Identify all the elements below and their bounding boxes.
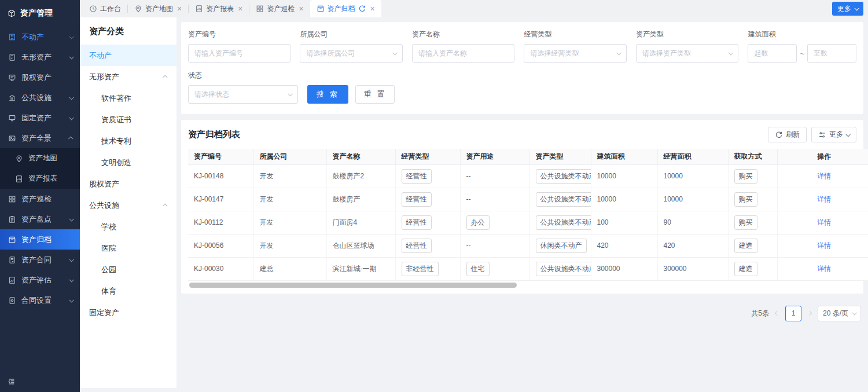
prev-page-button[interactable] (775, 312, 779, 315)
category-item-1[interactable]: 不动产 (80, 45, 176, 66)
category-subitem-4[interactable]: 文明创造 (80, 152, 176, 173)
cell-资产用途: 住宅 (460, 257, 529, 280)
sidebar-item-3[interactable]: 股权资产 (0, 67, 80, 87)
category-subitem-label: 医院 (101, 243, 116, 254)
sidebar-item-11[interactable]: 资产评估 (0, 270, 80, 290)
category-subitem-2[interactable]: 资质证书 (80, 109, 176, 130)
filter-input[interactable] (412, 44, 514, 63)
filter-input[interactable] (188, 44, 290, 63)
sidebar-item-1[interactable]: 不动产 (0, 27, 80, 47)
category-item-2[interactable]: 无形资产 (80, 66, 176, 87)
refresh-button[interactable]: 刷新 (768, 127, 807, 142)
tab-close-icon[interactable]: × (299, 5, 303, 13)
cell-text: 420 (597, 241, 609, 250)
tab-close-icon[interactable]: × (370, 5, 375, 13)
range-to-input[interactable] (807, 44, 856, 63)
range-from-input[interactable] (748, 44, 797, 63)
refresh-icon (775, 131, 783, 139)
sidebar-item-7[interactable]: 资产巡检 (0, 189, 80, 209)
cell-资产类型: 公共设施类不动产 (529, 257, 591, 280)
tag: 经营性 (402, 169, 432, 184)
sidebar-item-label: 公共设施 (21, 93, 64, 103)
filter-field-label: 经营类型 (524, 30, 626, 39)
tab-label: 工作台 (100, 4, 121, 14)
detail-link[interactable]: 详情 (817, 241, 831, 250)
cell-text: -- (466, 195, 471, 203)
chevron-down-icon (69, 115, 73, 120)
category-subitem-3[interactable]: 技术专利 (80, 130, 176, 152)
cell-资产类型: 公共设施类不动产 (529, 211, 591, 234)
tag: 公共设施类不动产 (536, 262, 591, 276)
detail-link[interactable]: 详情 (817, 265, 831, 273)
tab-4[interactable]: 资产巡检× (249, 0, 310, 17)
category-subitem-2[interactable]: 医院 (80, 237, 176, 259)
archive-icon (317, 5, 325, 13)
sidebar-item-2[interactable]: 无形资产 (0, 47, 80, 67)
reset-button[interactable]: 重 置 (355, 85, 395, 104)
tabs-strip: 工作台资产地图×资产报表×资产巡检×资产归档× (83, 0, 381, 17)
sidebar-item-8[interactable]: 资产盘点 (0, 209, 80, 229)
app-title: 资产管理 (20, 8, 53, 19)
sidebar-item-6[interactable]: 资产全景 (0, 128, 80, 148)
cell-操作: 详情 (777, 188, 868, 211)
scrollbar-thumb[interactable] (189, 283, 517, 288)
category-subitem-4[interactable]: 体育 (80, 280, 176, 302)
cell-text: 仓山区篮球场 (333, 241, 374, 250)
clipboard-icon (8, 215, 16, 224)
cell-text: 10000 (664, 195, 683, 203)
cell-资产用途: -- (460, 234, 529, 257)
detail-link[interactable]: 详情 (817, 172, 831, 180)
category-subitem-3[interactable]: 公园 (80, 259, 176, 280)
category-item-3[interactable]: 股权资产 (80, 173, 176, 195)
sidebar-item-12[interactable]: 合同设置 (0, 290, 80, 310)
sidebar-item-10[interactable]: 资产合同 (0, 250, 80, 270)
detail-link[interactable]: 详情 (817, 195, 831, 203)
tab-5[interactable]: 资产归档× (310, 0, 381, 17)
category-item-4[interactable]: 公共设施 (80, 195, 176, 216)
tab-close-icon[interactable]: × (238, 5, 242, 13)
filter-field-建筑面积: 建筑面积~ (748, 30, 856, 63)
sidebar-item-9[interactable]: 资产归档 (0, 229, 80, 250)
sidebar-subitem-2[interactable]: 资产报表 (0, 168, 80, 189)
pano-icon (8, 134, 16, 142)
category-subitem-1[interactable]: 软件著作 (80, 87, 176, 109)
chevron-down-icon (69, 298, 73, 302)
tab-3[interactable]: 资产报表× (189, 0, 249, 17)
chevron-down-icon (69, 34, 73, 39)
search-button[interactable]: 搜 索 (307, 85, 348, 104)
page-size-select[interactable]: 20 条/页 (818, 306, 861, 321)
filter-select[interactable]: 请选择所属公司 (300, 44, 402, 63)
tag: 经营性 (402, 215, 432, 230)
filter-select[interactable]: 请选择经营类型 (524, 44, 626, 63)
tab-close-icon[interactable]: × (177, 5, 182, 13)
cell-资产用途: -- (460, 188, 529, 211)
collapse-sidebar-button[interactable] (8, 378, 16, 387)
tab-2[interactable]: 资产地图× (128, 0, 188, 17)
monitor-icon (8, 114, 16, 122)
category-item-5[interactable]: 固定资产 (80, 302, 176, 323)
refresh-label: 刷新 (786, 130, 800, 140)
list-card: 资产归档列表 刷新 更多 (181, 120, 863, 294)
sidebar-item-4[interactable]: 公共设施 (0, 87, 80, 108)
tag: 休闲类不动产 (536, 239, 587, 253)
filter-card: 资产编号所属公司请选择所属公司资产名称经营类型请选择经营类型资产类型请选择资产类… (181, 22, 863, 114)
list-more-button[interactable]: 更多 (811, 127, 856, 142)
cell-经营类型: 经营性 (395, 234, 460, 257)
tab-1[interactable]: 工作台 (83, 0, 127, 17)
next-page-button[interactable] (807, 312, 812, 315)
detail-link[interactable]: 详情 (817, 218, 831, 226)
cell-经营类型: 经营性 (395, 211, 460, 234)
sidebar-item-5[interactable]: 固定资产 (0, 108, 80, 128)
app-root: 资产管理 不动产无形资产股权资产公共设施固定资产资产全景资产地图资产报表资产巡检… (0, 0, 868, 392)
main-sidebar: 资产管理 不动产无形资产股权资产公共设施固定资产资产全景资产地图资产报表资产巡检… (0, 0, 80, 392)
header-more-button[interactable]: 更多 (832, 2, 863, 16)
page-number-button[interactable]: 1 (785, 306, 801, 321)
filter-select[interactable]: 请选择资产类型 (636, 44, 738, 63)
chevron-down-icon (729, 50, 733, 55)
filter-select[interactable]: 请选择状态 (188, 85, 298, 104)
cell-text: 10000 (597, 195, 616, 203)
chevron-up-icon (68, 136, 73, 141)
sidebar-subitem-1[interactable]: 资产地图 (0, 148, 80, 168)
filter-field-label: 资产类型 (636, 30, 738, 39)
category-subitem-1[interactable]: 学校 (80, 216, 176, 237)
